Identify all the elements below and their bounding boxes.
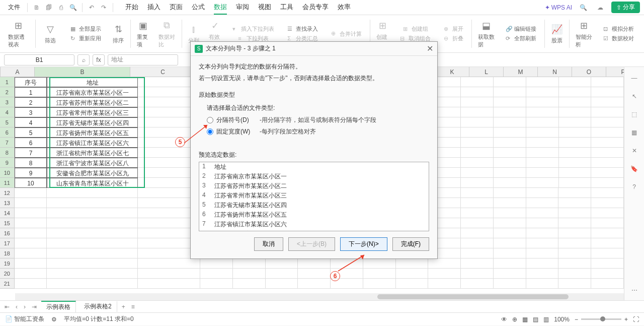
cell[interactable]: [591, 208, 624, 218]
last-sheet-icon[interactable]: ⇥: [30, 303, 38, 310]
row-header[interactable]: 20: [0, 269, 15, 279]
next-sheet-icon[interactable]: ›: [22, 303, 27, 310]
cell[interactable]: [47, 248, 138, 258]
smart-payroll-button[interactable]: 📄 智能工资条: [5, 315, 44, 323]
cell[interactable]: [138, 279, 200, 289]
cell[interactable]: 序号: [15, 77, 47, 87]
view-break-icon[interactable]: ▥: [543, 316, 549, 323]
data-compare-button[interactable]: ⧉数据对比: [155, 18, 178, 50]
data-check-button[interactable]: ☑数据校对: [601, 34, 636, 43]
cell[interactable]: [494, 138, 526, 148]
cell[interactable]: [461, 168, 494, 178]
cell[interactable]: [15, 279, 47, 289]
cell[interactable]: [138, 269, 200, 279]
cell[interactable]: [526, 168, 559, 178]
tab-efficiency[interactable]: 效率: [338, 1, 351, 15]
cell[interactable]: [47, 269, 138, 279]
radio-fixed-width-label[interactable]: 固定宽度(W): [216, 127, 257, 136]
cell[interactable]: 江苏省南京市某某区小区一: [47, 87, 138, 97]
cell[interactable]: [526, 158, 559, 168]
cloud-icon[interactable]: ☁: [595, 3, 605, 13]
cell[interactable]: [558, 188, 591, 198]
cell[interactable]: [591, 218, 624, 228]
cell[interactable]: [526, 279, 559, 289]
row-header[interactable]: 8: [0, 148, 15, 158]
cell[interactable]: [331, 258, 363, 269]
cell[interactable]: [559, 87, 592, 97]
cell[interactable]: [591, 168, 624, 178]
cell[interactable]: [233, 258, 266, 269]
row-header[interactable]: 11: [0, 178, 15, 188]
cell[interactable]: [526, 238, 559, 248]
cell[interactable]: [526, 77, 559, 87]
filter-button[interactable]: ▽筛选: [41, 21, 59, 46]
row-header[interactable]: 3: [0, 97, 15, 107]
cell[interactable]: [591, 97, 624, 107]
refresh-all-button[interactable]: ⟳全部刷新: [504, 34, 538, 43]
cell[interactable]: [15, 208, 47, 218]
tab-review[interactable]: 审阅: [236, 1, 249, 15]
horizontal-scrollbar[interactable]: [15, 293, 624, 300]
cell[interactable]: [494, 178, 526, 188]
cell[interactable]: [559, 158, 592, 168]
cell[interactable]: 9: [15, 168, 47, 178]
cell[interactable]: [461, 188, 494, 198]
cell[interactable]: [591, 178, 624, 188]
sort-button[interactable]: ⇅排序: [109, 21, 127, 46]
cell[interactable]: [526, 117, 559, 127]
zoom-slider[interactable]: − +: [575, 316, 628, 323]
row-header[interactable]: 1: [0, 77, 15, 87]
cell[interactable]: [15, 258, 47, 269]
row-header[interactable]: 13: [0, 198, 15, 208]
cell[interactable]: 7: [15, 148, 47, 158]
target-icon[interactable]: ⊕: [512, 316, 517, 323]
row-header[interactable]: 2: [0, 87, 15, 97]
cell[interactable]: 6: [15, 138, 47, 148]
cell[interactable]: [559, 127, 592, 138]
file-menu[interactable]: 文件: [4, 2, 24, 13]
cell[interactable]: [461, 198, 494, 208]
cell[interactable]: 江苏省扬州市某某区小区五: [47, 127, 138, 138]
pivot-table-button[interactable]: ⊞数据透视表: [5, 18, 32, 50]
cell[interactable]: [494, 228, 526, 238]
cell[interactable]: 江苏省镇江市某某区小区六: [47, 138, 138, 148]
dedup-button[interactable]: ▣重复项: [134, 18, 152, 50]
cell[interactable]: [494, 168, 526, 178]
eye-icon[interactable]: 👁: [501, 316, 507, 323]
cell[interactable]: [591, 238, 624, 248]
sheet-tab-1[interactable]: 示例表格: [41, 301, 76, 312]
consolidate-button[interactable]: ⊕合并计算: [329, 29, 364, 39]
cell[interactable]: [591, 279, 624, 289]
cell[interactable]: [559, 77, 592, 87]
edit-link-button[interactable]: 🔗编辑链接: [504, 24, 538, 34]
cell[interactable]: 5: [15, 127, 47, 138]
stocks-button[interactable]: 📈股票: [548, 21, 566, 46]
cell[interactable]: [494, 158, 526, 168]
cell[interactable]: [461, 218, 494, 228]
view-page-icon[interactable]: ▤: [533, 316, 538, 323]
cell[interactable]: [494, 279, 526, 289]
cell[interactable]: [47, 208, 138, 218]
cell[interactable]: [591, 248, 624, 258]
cell[interactable]: [526, 188, 559, 198]
cell[interactable]: [591, 117, 624, 127]
cell[interactable]: [559, 168, 592, 178]
tab-insert[interactable]: 插入: [147, 1, 160, 15]
cell[interactable]: [15, 248, 47, 258]
save-icon[interactable]: 🗎: [32, 3, 42, 13]
cell[interactable]: [526, 87, 559, 97]
cell[interactable]: [47, 228, 138, 238]
sheet-tab-2[interactable]: 示例表格2: [79, 301, 117, 312]
cell[interactable]: [363, 258, 396, 269]
scroll-thumb[interactable]: [377, 294, 569, 299]
cell[interactable]: [558, 238, 591, 248]
cell[interactable]: [428, 279, 461, 289]
zoom-thumb[interactable]: [600, 316, 605, 321]
close-icon[interactable]: ✕: [427, 44, 433, 53]
gallery-icon[interactable]: ▦: [629, 127, 639, 138]
cell[interactable]: [526, 107, 559, 117]
settings-icon[interactable]: ⚙: [51, 316, 57, 323]
tab-member[interactable]: 会员专享: [302, 1, 329, 15]
col-header-K[interactable]: K: [435, 67, 469, 77]
cell[interactable]: [526, 97, 559, 107]
